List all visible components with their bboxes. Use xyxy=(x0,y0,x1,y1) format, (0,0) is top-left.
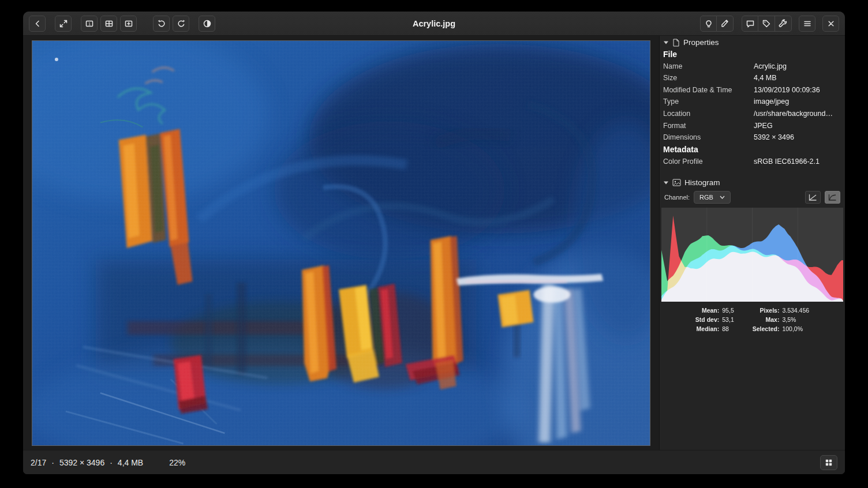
stat-value: 3,5% xyxy=(782,316,809,323)
property-value: 4,4 MB xyxy=(754,74,843,83)
zoom-in-button[interactable] xyxy=(120,16,137,32)
zoom-fit-button[interactable] xyxy=(100,16,117,32)
property-value: 5392 × 3496 xyxy=(754,133,843,142)
property-value: Acrylic.jpg xyxy=(754,62,843,72)
stat-value: 95,5 xyxy=(722,307,734,314)
status-file-size: 4,4 MB xyxy=(118,458,143,467)
property-row: Modified Date & Time 13/09/2019 00:09:36 xyxy=(663,84,843,96)
stats-column-right: Pixels: 3.534.456 Max: 3,5% Selected: 10… xyxy=(753,307,809,332)
close-button[interactable] xyxy=(822,16,839,32)
histogram-stats: Mean: 95,5 Std dev: 53,1 Median: 88 Pixe… xyxy=(660,302,845,337)
property-label: Dimensions xyxy=(663,133,754,142)
wrench-icon xyxy=(779,19,788,28)
property-label: Color Profile xyxy=(663,157,754,167)
property-row: Dimensions 5392 × 3496 xyxy=(663,132,843,144)
chevron-down-icon xyxy=(720,196,725,199)
file-icon xyxy=(672,39,680,47)
acrylic-painting xyxy=(32,41,650,445)
property-label: Modified Date & Time xyxy=(663,86,754,95)
properties-title: Properties xyxy=(683,38,719,47)
histogram-plot xyxy=(661,208,843,302)
grid-view-icon xyxy=(824,458,833,467)
fullscreen-button[interactable] xyxy=(55,16,72,32)
menu-icon xyxy=(803,19,812,28)
properties-sidebar: Properties File Name Acrylic.jpg Size 4,… xyxy=(659,36,845,450)
back-icon xyxy=(33,19,42,28)
content-area: Properties File Name Acrylic.jpg Size 4,… xyxy=(23,36,845,450)
stat-value: 100,0% xyxy=(782,325,809,332)
histogram-expander[interactable]: Histogram xyxy=(660,176,845,189)
status-position: 2/17 xyxy=(31,458,46,467)
property-row: Name Acrylic.jpg xyxy=(663,61,843,73)
zoom-original-icon: 1 xyxy=(85,19,94,28)
grid-view-button[interactable] xyxy=(820,455,837,470)
lightbulb-button[interactable] xyxy=(700,16,717,32)
property-label: Location xyxy=(663,110,754,119)
expander-arrow-icon xyxy=(663,181,669,185)
metadata-tools-group xyxy=(742,16,792,32)
stats-column-left: Mean: 95,5 Std dev: 53,1 Median: 88 xyxy=(695,307,734,332)
stat-label: Median: xyxy=(695,325,719,332)
property-row: Color Profile sRGB IEC61966-2.1 xyxy=(663,156,843,168)
linear-scale-icon xyxy=(809,194,817,201)
tag-icon xyxy=(762,19,771,28)
histogram-linear-button[interactable] xyxy=(805,191,821,204)
adjust-colors-button[interactable] xyxy=(199,16,215,32)
property-value: image/jpeg xyxy=(754,97,843,107)
stat-value: 88 xyxy=(722,325,734,332)
zoom-original-label: 1 xyxy=(88,21,90,26)
stat-value: 3.534.456 xyxy=(782,307,809,314)
status-zoom-level: 22% xyxy=(169,458,185,467)
histogram-panel xyxy=(661,208,843,302)
property-row: Size 4,4 MB xyxy=(663,73,843,85)
property-label: Name xyxy=(663,62,754,72)
menu-button[interactable] xyxy=(799,16,815,32)
tools-button[interactable] xyxy=(775,16,792,32)
stat-value: 53,1 xyxy=(722,316,734,323)
rotate-right-icon xyxy=(177,19,186,28)
comment-button[interactable] xyxy=(742,16,758,32)
property-value: /usr/share/background… xyxy=(754,110,843,119)
property-label: Format xyxy=(663,122,754,131)
fullscreen-icon xyxy=(59,19,68,28)
edit-button[interactable] xyxy=(717,16,734,32)
property-value: JPEG xyxy=(754,122,843,131)
rotate-right-button[interactable] xyxy=(173,16,189,32)
status-separator: · xyxy=(110,458,113,467)
expander-arrow-icon xyxy=(663,40,669,45)
image-viewer-canvas[interactable] xyxy=(23,36,659,450)
enhance-edit-group xyxy=(700,16,734,32)
back-button[interactable] xyxy=(29,16,46,32)
rotate-left-button[interactable] xyxy=(153,16,170,32)
headerbar: 1 Acrylic.jpg xyxy=(23,12,845,36)
zoom-original-button[interactable]: 1 xyxy=(81,16,98,32)
stat-label: Mean: xyxy=(695,307,719,314)
stat-label: Selected: xyxy=(753,325,780,332)
lightbulb-icon xyxy=(704,19,713,28)
histogram-logarithmic-button[interactable] xyxy=(825,191,840,204)
photo-acrylic xyxy=(32,40,650,446)
tag-button[interactable] xyxy=(758,16,775,32)
zoom-fit-icon xyxy=(104,19,114,28)
comment-icon xyxy=(746,19,755,28)
property-row: Location /usr/share/background… xyxy=(663,108,843,121)
property-label: Type xyxy=(663,97,754,107)
channel-value: RGB xyxy=(699,194,713,201)
pencil-icon xyxy=(720,19,729,28)
stat-label: Std dev: xyxy=(695,316,719,323)
channel-label: Channel: xyxy=(664,194,690,201)
properties-table: File Name Acrylic.jpg Size 4,4 MB Modifi… xyxy=(660,48,845,170)
image-viewer-window: 1 Acrylic.jpg xyxy=(23,12,845,474)
adjust-colors-icon xyxy=(203,19,212,28)
histogram-title: Histogram xyxy=(684,178,720,187)
stat-label: Max: xyxy=(753,316,780,323)
properties-expander[interactable]: Properties xyxy=(660,36,845,48)
channel-select[interactable]: RGB xyxy=(694,191,731,204)
zoom-in-icon xyxy=(124,19,133,28)
histogram-controls: Channel: RGB xyxy=(660,189,845,208)
rotate-left-icon xyxy=(157,19,166,28)
close-icon xyxy=(826,19,836,28)
property-row: Format JPEG xyxy=(663,120,843,132)
statusbar: 2/17 · 5392 × 3496 · 4,4 MB 22% xyxy=(23,450,845,474)
property-label: Size xyxy=(663,74,754,83)
